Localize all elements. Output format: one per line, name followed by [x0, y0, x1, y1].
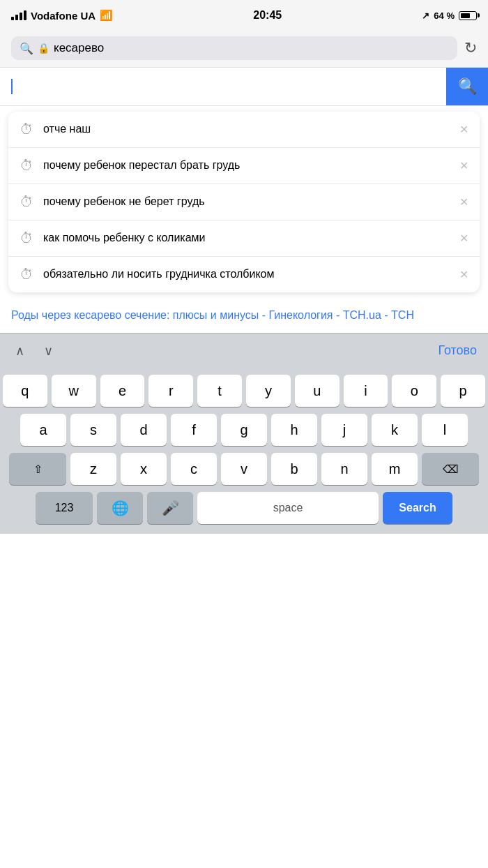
- search-input-row: 🔍: [0, 68, 488, 106]
- key-f[interactable]: f: [171, 414, 217, 446]
- signal-bars: [11, 10, 26, 20]
- close-icon[interactable]: ✕: [459, 159, 468, 172]
- search-icon: 🔍: [458, 77, 477, 96]
- shift-key[interactable]: ⇧: [9, 453, 66, 485]
- battery-icon: [459, 11, 477, 20]
- address-bar: 🔍 🔒 кесарево ↻: [0, 31, 488, 68]
- close-icon[interactable]: ✕: [459, 195, 468, 209]
- keyboard-row-3: ⇧ z x c v b n m ⌫: [3, 453, 485, 485]
- suggestion-text: отче наш: [43, 122, 450, 137]
- url-field[interactable]: 🔍 🔒 кесарево: [11, 36, 457, 60]
- carrier-label: Vodafone UA: [31, 10, 96, 22]
- key-j[interactable]: j: [321, 414, 367, 446]
- key-r[interactable]: r: [148, 375, 193, 407]
- search-key[interactable]: Search: [383, 492, 452, 524]
- key-s[interactable]: s: [70, 414, 116, 446]
- key-l[interactable]: l: [422, 414, 468, 446]
- key-m[interactable]: m: [372, 453, 418, 485]
- key-z[interactable]: z: [70, 453, 116, 485]
- clock-icon: ⏱: [20, 121, 33, 137]
- keyboard-row-1: q w e r t y u i o p: [3, 375, 485, 407]
- done-button[interactable]: Готово: [438, 343, 477, 358]
- arrow-up-button[interactable]: ∧: [11, 341, 29, 361]
- num-key[interactable]: 123: [36, 492, 93, 524]
- key-c[interactable]: c: [171, 453, 217, 485]
- key-u[interactable]: u: [295, 375, 340, 407]
- key-n[interactable]: n: [321, 453, 367, 485]
- clock-icon: ⏱: [20, 230, 33, 246]
- key-y[interactable]: y: [246, 375, 291, 407]
- suggestion-text: почему ребенок перестал брать грудь: [43, 158, 450, 173]
- mic-key[interactable]: 🎤: [147, 492, 193, 524]
- suggestion-text: почему ребенок не берет грудь: [43, 195, 450, 209]
- status-bar: Vodafone UA 📶 20:45 ↗ 64 %: [0, 0, 488, 31]
- backspace-key[interactable]: ⌫: [422, 453, 479, 485]
- keyboard-toolbar: ∧ ∨ Готово: [0, 333, 488, 368]
- key-a[interactable]: a: [20, 414, 66, 446]
- globe-key[interactable]: 🌐: [97, 492, 143, 524]
- key-q[interactable]: q: [3, 375, 47, 407]
- suggestion-item[interactable]: ⏱ почему ребенок не берет грудь ✕: [8, 184, 480, 220]
- toolbar-arrows: ∧ ∨: [11, 341, 57, 361]
- space-key[interactable]: space: [197, 492, 379, 524]
- key-i[interactable]: i: [344, 375, 388, 407]
- clock-icon: ⏱: [20, 267, 33, 283]
- suggestion-text: обязательно ли носить грудничка столбико…: [43, 267, 450, 282]
- suggestion-item[interactable]: ⏱ почему ребенок перестал брать грудь ✕: [8, 148, 480, 184]
- key-v[interactable]: v: [221, 453, 267, 485]
- key-b[interactable]: b: [271, 453, 317, 485]
- suggestions-container: ⏱ отче наш ✕ ⏱ почему ребенок перестал б…: [8, 112, 480, 292]
- close-icon[interactable]: ✕: [459, 232, 468, 245]
- suggestion-text: как помочь ребенку с коликами: [43, 231, 450, 246]
- keyboard: q w e r t y u i o p a s d f g h j k l ⇧ …: [0, 368, 488, 534]
- status-time: 20:45: [253, 9, 282, 22]
- key-d[interactable]: d: [121, 414, 167, 446]
- search-result-area: Роды через кесарево сечение: плюсы и мин…: [0, 298, 488, 333]
- key-h[interactable]: h: [271, 414, 317, 446]
- suggestion-item[interactable]: ⏱ отче наш ✕: [8, 112, 480, 148]
- keyboard-row-2: a s d f g h j k l: [3, 414, 485, 446]
- reload-button[interactable]: ↻: [464, 39, 477, 57]
- search-icon: 🔍: [20, 42, 33, 55]
- keyboard-row-4: 123 🌐 🎤 space Search: [3, 492, 485, 524]
- clock-icon: ⏱: [20, 194, 33, 210]
- url-text: кесарево: [54, 41, 104, 55]
- wifi-icon: 📶: [100, 9, 113, 22]
- clock-icon: ⏱: [20, 158, 33, 174]
- key-p[interactable]: p: [441, 375, 485, 407]
- close-icon[interactable]: ✕: [459, 268, 468, 281]
- arrow-down-button[interactable]: ∨: [40, 341, 57, 361]
- key-t[interactable]: t: [197, 375, 242, 407]
- key-x[interactable]: x: [121, 453, 167, 485]
- suggestion-item[interactable]: ⏱ как помочь ребенку с коликами ✕: [8, 220, 480, 257]
- location-icon: ↗: [422, 10, 429, 21]
- status-left: Vodafone UA 📶: [11, 9, 113, 22]
- suggestion-item[interactable]: ⏱ обязательно ли носить грудничка столби…: [8, 257, 480, 292]
- close-icon[interactable]: ✕: [459, 123, 468, 136]
- lock-icon: 🔒: [38, 43, 49, 54]
- key-g[interactable]: g: [221, 414, 267, 446]
- battery-percent: 64 %: [434, 10, 455, 21]
- status-right: ↗ 64 %: [422, 10, 477, 21]
- search-button[interactable]: 🔍: [446, 68, 488, 105]
- key-o[interactable]: o: [392, 375, 436, 407]
- key-e[interactable]: e: [100, 375, 145, 407]
- key-w[interactable]: w: [52, 375, 96, 407]
- search-result-link[interactable]: Роды через кесарево сечение: плюсы и мин…: [11, 309, 414, 321]
- key-k[interactable]: k: [372, 414, 418, 446]
